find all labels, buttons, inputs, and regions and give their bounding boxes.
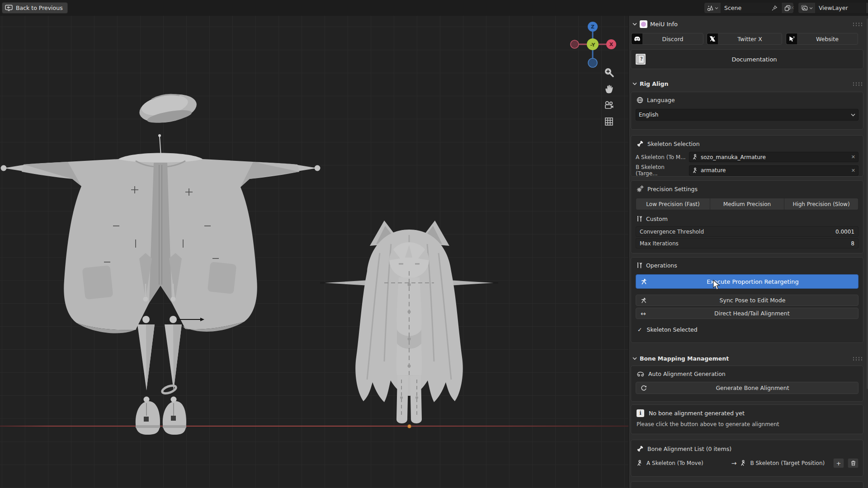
model-jacket-armature[interactable] bbox=[0, 90, 322, 443]
chevron-down-icon bbox=[851, 113, 855, 117]
language-dropdown[interactable]: English bbox=[636, 109, 859, 121]
view-navigation-gizmo[interactable]: Z X -Y bbox=[567, 19, 619, 70]
globe-icon bbox=[637, 97, 643, 103]
precision-option-low[interactable]: Low Precision (Fast) bbox=[636, 198, 710, 210]
skeleton-b-label: B Skeleton (Targe... bbox=[636, 164, 686, 177]
auto-alignment-box: Auto Alignment Generation Generate Bone … bbox=[631, 366, 863, 402]
armature-icon bbox=[637, 460, 643, 466]
panel-header-meiu-info[interactable]: MeiU Info bbox=[632, 19, 864, 28]
blender-window: { "topbar": { "back_button": "Back to Pr… bbox=[0, 0, 868, 488]
alignment-notice-box: i No bone alignment generated yet Please… bbox=[631, 404, 863, 434]
viewlayer-selector[interactable]: ViewLayer bbox=[798, 3, 868, 13]
armature-icon bbox=[692, 168, 698, 174]
scene-name-field[interactable]: Scene bbox=[721, 3, 781, 13]
monitor-back-icon bbox=[5, 5, 13, 11]
add-mapping-button[interactable]: + bbox=[833, 458, 844, 468]
mouse-cursor bbox=[712, 280, 722, 291]
list-from-label: A Skeleton (To Move) bbox=[646, 460, 703, 466]
bone-icon bbox=[637, 140, 644, 147]
panel-header-rig-align[interactable]: Rig Align bbox=[632, 79, 864, 88]
delete-mapping-button[interactable] bbox=[848, 458, 859, 468]
copy-icon bbox=[784, 5, 791, 11]
pan-hand-icon[interactable] bbox=[603, 83, 615, 95]
execute-proportion-retargeting-label: Execute Proportion Retargeting bbox=[647, 278, 858, 285]
clear-x-icon[interactable]: ✕ bbox=[851, 154, 855, 160]
twitter-x-label: Twitter X bbox=[718, 36, 782, 42]
armature-icon bbox=[692, 154, 698, 160]
check-icon: ✓ bbox=[637, 326, 642, 333]
skeleton-selected-status: Skeleton Selected bbox=[646, 326, 697, 333]
max-iterations-field[interactable]: Max Iterations 8 bbox=[636, 238, 859, 249]
bone-alignment-list-title: Bone Alignment List (0 items) bbox=[647, 446, 731, 452]
chevron-down-icon bbox=[715, 7, 718, 9]
viewlayer-icon bbox=[801, 5, 808, 12]
bone-mapping-title: Bone Mapping Management bbox=[640, 355, 729, 362]
drag-handle[interactable] bbox=[852, 82, 864, 86]
sync-pose-button[interactable]: Sync Pose to Edit Mode bbox=[636, 295, 859, 306]
grid-icon[interactable] bbox=[603, 116, 615, 127]
skeleton-b-field[interactable]: armature ✕ bbox=[689, 165, 859, 176]
generate-bone-alignment-button[interactable]: Generate Bone Alignment bbox=[636, 382, 859, 394]
discord-icon bbox=[632, 33, 642, 44]
model-character-armature[interactable] bbox=[316, 217, 502, 432]
zoom-icon[interactable] bbox=[603, 66, 615, 78]
skeleton-a-field[interactable]: sozo_manuka_Armature ✕ bbox=[689, 152, 859, 162]
x-logo-icon bbox=[707, 33, 718, 44]
drag-handle[interactable] bbox=[852, 357, 864, 361]
gears-icon bbox=[637, 185, 644, 192]
direct-head-tail-alignment-button[interactable]: ↔ Direct Head/Tail Alignment bbox=[636, 308, 859, 319]
armature-icon bbox=[740, 460, 746, 466]
website-icon bbox=[786, 33, 797, 44]
tool-settings-icon bbox=[637, 216, 642, 222]
discord-button[interactable]: Discord bbox=[631, 33, 703, 45]
chevron-down-icon bbox=[809, 7, 813, 9]
language-label: Language bbox=[647, 97, 675, 103]
notice-line2: Please click the button above to generat… bbox=[637, 421, 863, 427]
sync-pose-label: Sync Pose to Edit Mode bbox=[647, 297, 858, 304]
convergence-threshold-field[interactable]: Convergence Threshold 0.0001 bbox=[636, 226, 859, 237]
scene-selector[interactable]: Scene bbox=[704, 3, 793, 13]
meiu-addon-icon bbox=[640, 20, 647, 28]
generate-bone-alignment-label: Generate Bone Alignment bbox=[647, 385, 858, 391]
viewlayer-icon-dropdown[interactable] bbox=[798, 3, 815, 13]
bone-alignment-list-box: Bone Alignment List (0 items) A Skeleton… bbox=[631, 440, 863, 477]
max-iterations-value: 8 bbox=[851, 240, 854, 247]
back-to-previous-button[interactable]: Back to Previous bbox=[2, 2, 68, 14]
chevron-down-icon bbox=[632, 82, 637, 85]
documentation-button[interactable]: ? Documentation bbox=[631, 49, 863, 69]
gizmo-minus-x-ball[interactable] bbox=[571, 40, 579, 48]
documentation-book-icon: ? bbox=[636, 54, 646, 65]
scene-icon bbox=[707, 5, 714, 12]
refresh-icon bbox=[641, 385, 647, 391]
skeleton-selection-title: Skeleton Selection bbox=[647, 141, 700, 147]
trash-icon bbox=[851, 460, 856, 466]
back-to-previous-label: Back to Previous bbox=[16, 5, 63, 11]
execute-proportion-retargeting-button[interactable]: Execute Proportion Retargeting bbox=[636, 274, 859, 289]
website-button[interactable]: Website bbox=[786, 33, 858, 45]
viewlayer-name-field[interactable]: ViewLayer bbox=[815, 3, 866, 13]
viewlayer-copy-button[interactable] bbox=[866, 3, 868, 13]
documentation-label: Documentation bbox=[646, 56, 863, 63]
3d-viewport[interactable]: Z X -Y bbox=[0, 16, 628, 488]
max-iterations-label: Max Iterations bbox=[640, 240, 679, 247]
gizmo-minus-z-ball[interactable] bbox=[588, 58, 597, 67]
scene-delete-icon[interactable]: ✕ bbox=[790, 5, 794, 11]
drag-handle[interactable] bbox=[852, 22, 864, 26]
twitter-x-button[interactable]: Twitter X bbox=[707, 33, 782, 45]
skeleton-a-value: sozo_manuka_Armature bbox=[701, 154, 766, 160]
tool-settings-icon bbox=[637, 262, 642, 269]
scene-icon-dropdown[interactable] bbox=[704, 3, 721, 13]
double-arrow-icon: ↔ bbox=[641, 310, 646, 317]
hat-mesh bbox=[137, 90, 199, 127]
pin-icon[interactable] bbox=[771, 5, 778, 11]
clear-x-icon[interactable]: ✕ bbox=[851, 168, 855, 174]
camera-icon[interactable] bbox=[603, 99, 615, 111]
precision-option-medium[interactable]: Medium Precision bbox=[710, 198, 784, 210]
website-label: Website bbox=[797, 36, 858, 42]
svg-text:Z: Z bbox=[591, 24, 594, 30]
panel-header-bone-mapping[interactable]: Bone Mapping Management bbox=[632, 354, 864, 363]
svg-text:X: X bbox=[609, 42, 613, 47]
svg-text:-Y: -Y bbox=[590, 42, 596, 48]
skeleton-selection-box: Skeleton Selection A Skeleton (To M... s… bbox=[631, 135, 863, 177]
precision-option-high[interactable]: High Precision (Slow) bbox=[784, 198, 858, 210]
